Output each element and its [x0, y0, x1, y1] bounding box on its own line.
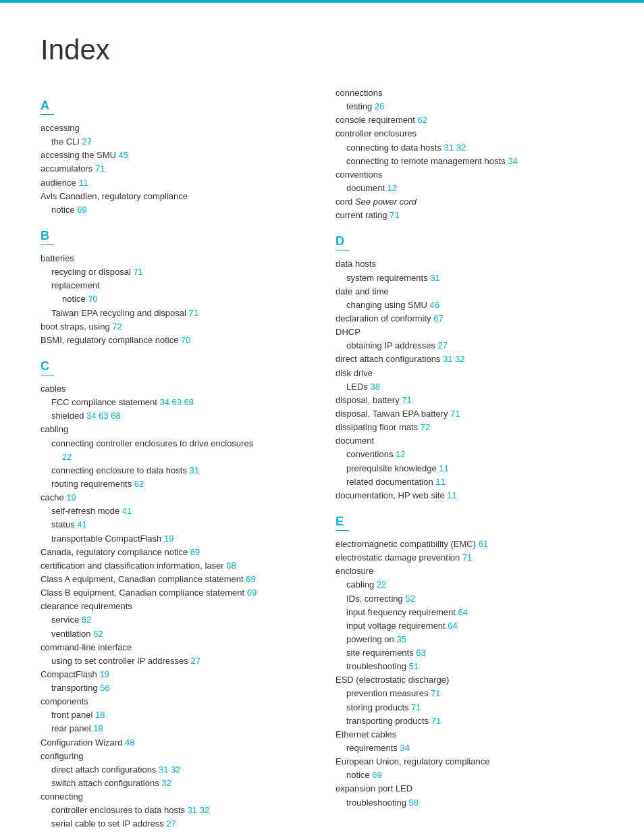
page-number: 71 [431, 688, 440, 698]
entry-text: controller enclosures [336, 128, 417, 138]
index-entry: connections [336, 86, 603, 100]
index-entry: controller enclosures [336, 127, 603, 140]
page-number: 34 [508, 156, 517, 166]
entry-text: the CLI [51, 136, 82, 147]
page-number: 62 [93, 629, 103, 639]
page-number: 11 [435, 477, 445, 487]
index-entry: electrostatic damage prevention 71 [336, 551, 603, 565]
index-entry: cables [41, 382, 308, 396]
entry-text: batteries [41, 253, 74, 263]
entry-text: cache [41, 492, 66, 502]
index-entry: components [41, 695, 308, 708]
page-number: 32 [455, 354, 464, 364]
entry-text: testing [346, 101, 375, 111]
index-entry: Avis Canadien, regulatory compliance [41, 190, 308, 203]
index-entry: storing products 71 [346, 701, 603, 714]
page-number: 63 [416, 648, 425, 658]
entry-text: Canada, regulatory compliance notice [41, 547, 190, 557]
index-entry: document 12 [346, 182, 603, 195]
see-reference: See power cord [355, 197, 417, 207]
page-number: 22 [377, 579, 386, 590]
page-number: 27 [190, 656, 200, 666]
entry-text: disposal, Taiwan EPA battery [336, 409, 450, 419]
page-number: 32 [200, 805, 209, 815]
entry-text: requirements [346, 743, 400, 753]
entry-text: enclosure [336, 566, 373, 576]
index-entry: powering on 35 [346, 633, 603, 646]
page-number: 27 [438, 340, 448, 350]
entry-text: system requirements [346, 273, 430, 283]
index-entry: cord See power cord [336, 195, 603, 209]
page-number: 69 [246, 574, 255, 584]
entry-text: cabling [41, 424, 68, 434]
entry-text: components [41, 696, 88, 706]
entry-text: input frequency requirement [346, 607, 458, 617]
entry-text: connecting to remote management hosts [346, 156, 508, 166]
entry-text: documentation, HP web site [336, 490, 447, 500]
entry-text: using to set controller IP addresses [51, 656, 190, 666]
index-entry: connecting enclosure to data hosts 31 [51, 464, 308, 477]
entry-text: accessing the SMU [41, 150, 119, 160]
index-entry: controller enclosures to data hosts 31 3… [51, 804, 308, 817]
index-entry: Ethernet cables [336, 728, 603, 741]
index-entry: audience 11 [41, 176, 308, 190]
entry-text: declaration of conformity [336, 313, 433, 323]
page-number: 69 [247, 588, 257, 598]
entry-text: transporting products [346, 716, 431, 726]
page-number: 69 [372, 770, 381, 780]
index-entry: accumulators 71 [41, 162, 308, 176]
page-number: 71 [133, 267, 142, 277]
index-entry: BSMI, regulatory compliance notice 70 [41, 334, 308, 347]
index-entry: 22 [62, 450, 308, 464]
index-entry: documentation, HP web site 11 [336, 489, 603, 502]
entry-text: input voltage requirement [346, 621, 448, 631]
entry-text: connecting to data hosts [346, 142, 444, 153]
page-number: 71 [189, 308, 198, 318]
page-number: 41 [122, 506, 132, 516]
page-number: 68 [226, 561, 236, 571]
entry-text: cord [336, 197, 355, 207]
index-entry: connecting to remote management hosts 34 [346, 155, 603, 168]
page-number: 61 [479, 539, 488, 549]
index-entry: requirements 34 [346, 741, 603, 755]
index-entry: configuring [41, 750, 308, 763]
index-entry: batteries [41, 252, 308, 265]
index-entry: cabling [41, 423, 308, 436]
index-entry: service 62 [51, 613, 308, 627]
index-entry: transporting products 71 [346, 714, 603, 728]
page-number: 56 [100, 683, 109, 693]
entry-text: service [51, 615, 82, 625]
index-entry: connecting [41, 790, 308, 804]
page-number: 41 [77, 519, 86, 529]
index-entry: obtaining IP addresses 27 [346, 339, 603, 353]
index-entry: conventions 12 [346, 448, 603, 461]
entry-text: conventions [346, 449, 396, 459]
index-entry: troubleshooting 58 [346, 796, 603, 810]
page-title: Index [41, 34, 603, 66]
page-number: 51 [409, 661, 419, 671]
page-container: Index Aaccessingthe CLI 27accessing the … [0, 0, 644, 834]
entry-text: transportable CompactFlash [51, 533, 164, 544]
entry-text: dissipating floor mats [336, 422, 421, 432]
entry-text: controller enclosures to data hosts [51, 805, 188, 815]
entry-text: European Union, regulatory compliance [336, 756, 489, 766]
page-number: 69 [77, 205, 86, 215]
index-entry: changing using SMU 46 [346, 298, 603, 312]
entry-text: Avis Canadien, regulatory compliance [41, 191, 188, 201]
index-entry: cabling 22 [346, 578, 603, 592]
section-letter: B [41, 229, 54, 245]
page-number: 32 [161, 778, 171, 788]
index-entry: transportable CompactFlash 19 [51, 532, 308, 546]
entry-text: changing using SMU [346, 300, 430, 310]
index-entry: enclosure [336, 565, 603, 578]
entry-text: cables [41, 384, 66, 394]
index-entry: FCC compliance statement 34 63 68 [51, 396, 308, 409]
page-number: 31 [443, 354, 452, 364]
page-number: 18 [95, 710, 105, 720]
entry-text: notice [62, 294, 88, 304]
entry-text: cabling [346, 579, 377, 590]
index-entry: self-refresh mode 41 [51, 504, 308, 518]
page-number: 70 [181, 335, 190, 345]
index-entry: data hosts [336, 257, 603, 271]
page-number: 62 [417, 115, 427, 125]
